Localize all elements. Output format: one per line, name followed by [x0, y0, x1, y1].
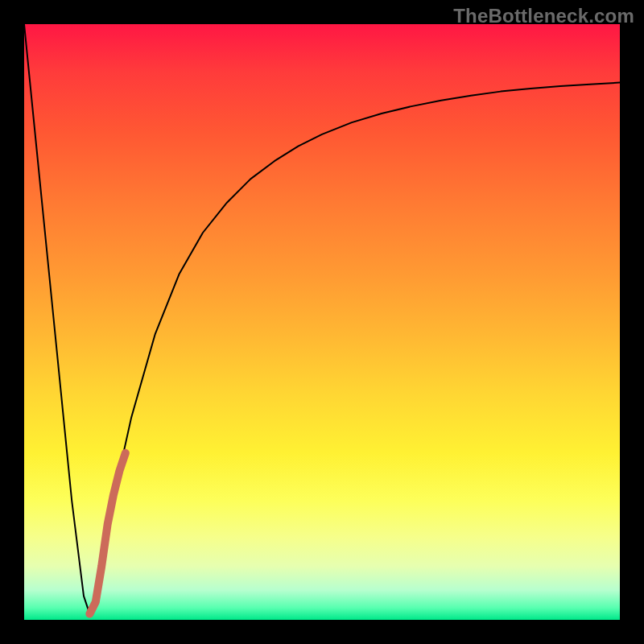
- curve-layer: [24, 24, 620, 620]
- highlight-segment: [89, 453, 125, 614]
- bottleneck-v-curve: [24, 24, 620, 614]
- plot-area: [24, 24, 620, 620]
- chart-frame: TheBottleneck.com: [0, 0, 644, 644]
